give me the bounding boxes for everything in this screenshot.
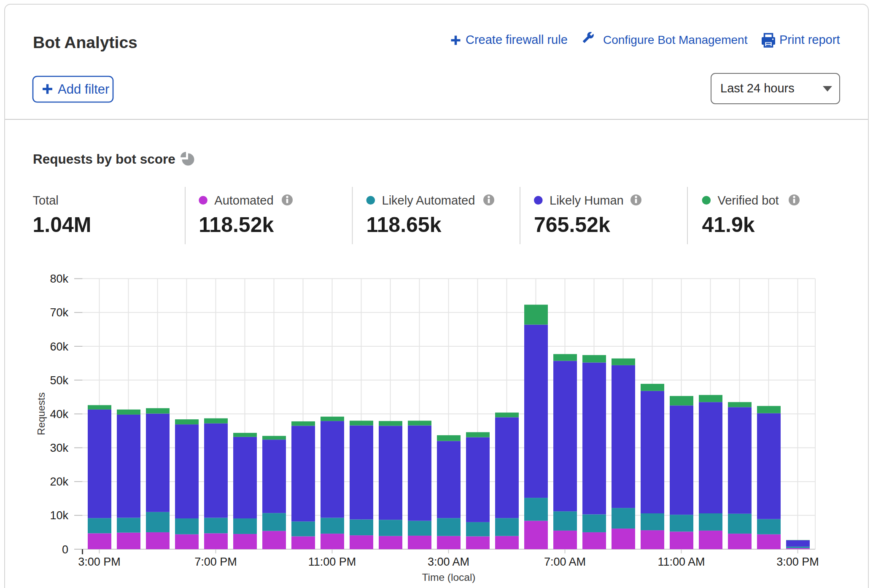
svg-text:Add filter: Add filter xyxy=(58,82,109,97)
svg-text:3:00 AM: 3:00 AM xyxy=(428,556,469,568)
svg-text:50k: 50k xyxy=(50,374,68,387)
svg-text:40k: 40k xyxy=(50,408,68,421)
svg-text:3:00 PM: 3:00 PM xyxy=(78,556,121,568)
svg-text:60k: 60k xyxy=(50,340,68,353)
svg-text:Requests by bot score: Requests by bot score xyxy=(33,151,175,167)
svg-text:Create firewall rule: Create firewall rule xyxy=(466,33,568,46)
svg-text:7:00 AM: 7:00 AM xyxy=(544,556,586,568)
svg-text:1.04M: 1.04M xyxy=(33,213,92,237)
svg-text:765.52k: 765.52k xyxy=(534,213,610,237)
svg-text:Requests: Requests xyxy=(35,392,47,435)
svg-text:70k: 70k xyxy=(50,306,68,319)
svg-text:Last 24 hours: Last 24 hours xyxy=(720,81,795,95)
svg-text:Likely Automated: Likely Automated xyxy=(382,194,475,207)
svg-text:118.65k: 118.65k xyxy=(366,213,442,237)
svg-text:Total: Total xyxy=(33,194,59,207)
svg-text:11:00 AM: 11:00 AM xyxy=(657,556,705,568)
svg-text:3:00 PM: 3:00 PM xyxy=(776,556,819,568)
svg-text:118.52k: 118.52k xyxy=(199,213,274,237)
svg-text:41.9k: 41.9k xyxy=(702,213,755,237)
svg-text:20k: 20k xyxy=(50,475,68,488)
svg-text:0: 0 xyxy=(62,543,68,556)
svg-text:10k: 10k xyxy=(50,509,68,522)
svg-text:7:00 PM: 7:00 PM xyxy=(194,556,237,568)
svg-text:Automated: Automated xyxy=(214,194,273,207)
svg-text:30k: 30k xyxy=(50,442,68,454)
svg-text:80k: 80k xyxy=(50,272,68,285)
svg-text:Verified bot: Verified bot xyxy=(718,194,779,207)
svg-text:Configure Bot Management: Configure Bot Management xyxy=(603,33,748,46)
svg-text:Time (local): Time (local) xyxy=(422,572,475,583)
svg-text:Bot Analytics: Bot Analytics xyxy=(33,33,137,51)
svg-text:Likely Human: Likely Human xyxy=(550,194,624,207)
svg-text:11:00 PM: 11:00 PM xyxy=(308,556,356,568)
svg-text:Print report: Print report xyxy=(779,33,840,46)
